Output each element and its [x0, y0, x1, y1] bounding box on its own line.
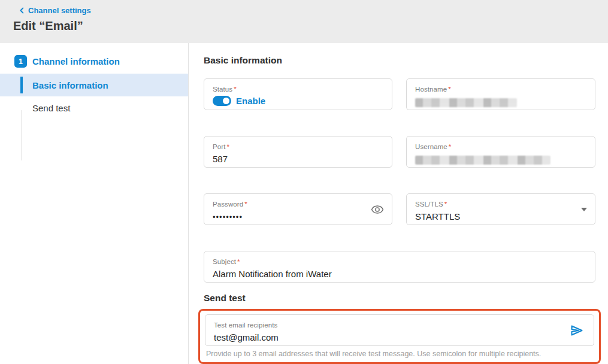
breadcrumb[interactable]: Channel settings [18, 6, 608, 15]
active-indicator-bar [20, 77, 23, 93]
sidebar-step-channel-information[interactable]: 1 Channel information [0, 51, 188, 74]
ssl-tls-value[interactable]: STARTTLS [415, 211, 586, 222]
port-value[interactable]: 587 [213, 154, 383, 164]
field-label: Password [213, 201, 243, 208]
hostname-field[interactable]: Hostname* [406, 78, 595, 110]
field-label: SSL/TLS [415, 201, 443, 208]
username-value-redacted [415, 156, 550, 165]
status-toggle-label[interactable]: Enable [236, 96, 265, 106]
chevron-left-icon [18, 7, 26, 14]
field-label: Username [415, 143, 447, 150]
required-marker: * [244, 201, 247, 208]
toggle-thumb-icon [222, 96, 231, 105]
form-row: Subject* Alarm Notification from iWater [204, 251, 595, 283]
field-label: Port [213, 143, 226, 150]
send-icon[interactable] [570, 323, 584, 338]
test-email-recipients-field[interactable]: Test email recipients test@gmail.com [205, 314, 594, 346]
step-number-badge: 1 [14, 55, 27, 68]
password-value[interactable]: ••••••••• [213, 213, 383, 222]
port-field[interactable]: Port* 587 [204, 136, 392, 168]
field-label: Hostname [415, 86, 447, 93]
sidebar-item-label: Send test [32, 103, 70, 113]
required-marker: * [444, 201, 447, 208]
sidebar-item-send-test[interactable]: Send test [0, 96, 188, 119]
field-label: Subject [213, 258, 236, 265]
form-row: Status* Enable Hostname* [204, 78, 595, 110]
form-row: Password* ••••••••• SSL/TLS* STARTTLS [204, 193, 595, 225]
required-marker: * [227, 143, 229, 150]
highlight-annotation-box: Test email recipients test@gmail.com Pro… [198, 309, 601, 364]
sidebar: 1 Channel information Basic information … [0, 43, 189, 364]
subject-field[interactable]: Subject* Alarm Notification from iWater [204, 251, 595, 283]
visibility-icon[interactable] [371, 203, 384, 216]
status-toggle[interactable] [213, 96, 231, 106]
test-email-recipients-value[interactable]: test@gmail.com [214, 332, 585, 342]
status-field: Status* Enable [204, 78, 392, 110]
form-row: Port* 587 Username* [204, 136, 595, 168]
required-marker: * [237, 258, 240, 265]
sidebar-item-basic-information[interactable]: Basic information [0, 74, 188, 96]
breadcrumb-label[interactable]: Channel settings [28, 6, 91, 15]
required-marker: * [234, 86, 236, 93]
field-label: Test email recipients [214, 321, 277, 329]
step-label: Channel information [32, 56, 120, 66]
hostname-value-redacted [415, 98, 517, 107]
page-title: Edit “Email” [13, 19, 608, 33]
field-label: Status [213, 86, 232, 93]
password-field[interactable]: Password* ••••••••• [204, 193, 392, 225]
page-header: Channel settings Edit “Email” [0, 0, 608, 43]
dropdown-arrow-icon[interactable] [581, 208, 587, 211]
section-title-basic-information: Basic information [204, 55, 595, 66]
required-marker: * [448, 86, 450, 93]
main-layout: 1 Channel information Basic information … [0, 43, 608, 364]
username-field[interactable]: Username* [406, 136, 595, 168]
recipients-helper-text: Provide up to 3 email addresses that wil… [205, 350, 594, 358]
required-marker: * [449, 143, 451, 150]
ssl-tls-select[interactable]: SSL/TLS* STARTTLS [406, 193, 595, 225]
section-title-send-test: Send test [204, 293, 595, 304]
subject-value[interactable]: Alarm Notification from iWater [213, 269, 586, 279]
sidebar-item-label: Basic information [32, 80, 108, 90]
form-content: Basic information Status* Enable Hostnam… [189, 43, 608, 364]
